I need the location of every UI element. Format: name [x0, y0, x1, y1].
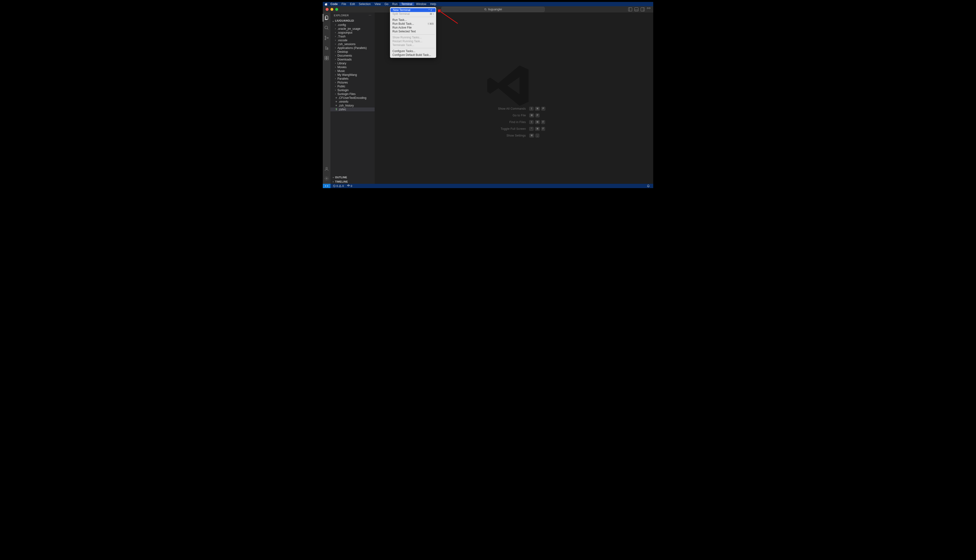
svg-point-0	[485, 8, 486, 10]
menu-item-go[interactable]: Go	[383, 2, 390, 6]
menu-item-edit[interactable]: Edit	[348, 2, 357, 6]
menu-item[interactable]: Run Active File	[390, 26, 436, 30]
folder-item[interactable]: ›.Trash	[331, 35, 374, 38]
accounts-icon[interactable]	[324, 166, 329, 172]
folder-item[interactable]: ›.zsh_sessions	[331, 42, 374, 46]
toggle-secondary-sidebar-icon[interactable]	[641, 7, 645, 11]
folder-item[interactable]: ›.oracle_jre_usage	[331, 27, 374, 31]
menu-item-run[interactable]: Run	[390, 2, 399, 6]
settings-gear-icon[interactable]	[324, 176, 329, 182]
sidebar-more-icon[interactable]: ⋯	[369, 14, 371, 17]
menu-item[interactable]: Configure Tasks...	[390, 49, 436, 53]
extensions-icon[interactable]	[324, 55, 329, 61]
folder-item[interactable]: ›Library	[331, 62, 374, 65]
toggle-panel-icon[interactable]	[635, 7, 638, 11]
timeline-section[interactable]: ›TIMELINE	[331, 180, 374, 184]
vscode-watermark-icon	[483, 60, 534, 111]
outline-section[interactable]: ›OUTLINE	[331, 175, 374, 180]
remote-indicator[interactable]	[323, 184, 331, 188]
close-window-button[interactable]	[326, 8, 329, 11]
explorer-sidebar: EXPLORER ⋯ ⌄ LIUGUANGLEI ›.config›.oracl…	[331, 12, 374, 184]
menu-item-terminal[interactable]: Terminal	[399, 2, 414, 6]
menu-item-file[interactable]: File	[339, 2, 348, 6]
folder-item[interactable]: ›.sogouinput	[331, 31, 374, 35]
keycap: ⌘	[535, 120, 540, 124]
svg-point-13	[326, 167, 328, 169]
keycap: F	[541, 120, 545, 124]
svg-point-4	[325, 36, 326, 37]
welcome-hint: Show Settings⌘,	[483, 133, 545, 137]
folder-root[interactable]: ⌄ LIUGUANGLEI	[331, 18, 374, 23]
customize-layout-icon[interactable]	[647, 7, 651, 11]
menu-app-name[interactable]: Code	[331, 2, 339, 6]
folder-item[interactable]: ›Pictures	[331, 81, 374, 85]
apple-icon[interactable]	[325, 2, 328, 6]
svg-rect-12	[327, 57, 329, 58]
vscode-window: ← → liuguanglei	[323, 6, 653, 188]
explorer-icon[interactable]	[324, 15, 329, 21]
folder-item[interactable]: ›My WangWang	[331, 73, 374, 77]
menu-item: Show Running Tasks...	[390, 35, 436, 39]
folder-item[interactable]: ›.config	[331, 23, 374, 27]
keycap: P	[536, 113, 540, 117]
hint-label: Go to File	[483, 114, 526, 117]
menu-item[interactable]: Run Task...	[390, 18, 436, 22]
hint-label: Toggle Full Screen	[483, 127, 526, 130]
hint-label: Show All Commands	[483, 107, 526, 110]
keycap: ⌃	[529, 127, 534, 131]
menu-item-window[interactable]: Window	[414, 2, 428, 6]
folder-item[interactable]: ›Parallels	[331, 77, 374, 81]
svg-line-3	[328, 28, 328, 30]
nav-forward-icon[interactable]: →	[436, 8, 439, 11]
welcome-hint: Go to File⌘P	[483, 113, 545, 117]
command-center-search[interactable]: liuguanglei	[441, 7, 545, 12]
folder-item[interactable]: ›.vscode	[331, 38, 374, 42]
svg-line-1	[486, 10, 486, 10]
folder-item[interactable]: ›Downloads	[331, 58, 374, 62]
folder-item[interactable]: ›Music	[331, 69, 374, 73]
menu-item[interactable]: Run Selected Text	[390, 30, 436, 33]
search-icon[interactable]	[324, 25, 329, 31]
status-notifications[interactable]	[646, 185, 651, 188]
folder-item[interactable]: ›Sunlogin Files	[331, 92, 374, 96]
menu-item: Restart Running Task...	[390, 39, 436, 43]
window-controls	[323, 8, 338, 11]
file-item[interactable]: ≡.zsh_history	[331, 103, 374, 107]
status-problems[interactable]: 0 0	[332, 185, 344, 187]
file-item[interactable]: ≡.CFUserTextEncoding	[331, 96, 374, 100]
keycap: ⌘	[529, 133, 534, 137]
folder-item[interactable]: ›Movies	[331, 65, 374, 69]
svg-rect-11	[327, 58, 329, 60]
toggle-primary-sidebar-icon[interactable]	[628, 7, 632, 11]
menu-item-help[interactable]: Help	[428, 2, 438, 6]
maximize-window-button[interactable]	[335, 8, 338, 11]
search-text: liuguanglei	[488, 8, 502, 11]
run-debug-icon[interactable]	[324, 45, 329, 51]
keycap: ⌘	[529, 113, 534, 117]
file-item[interactable]: $.zshrc	[331, 107, 374, 111]
menu-item-selection[interactable]: Selection	[357, 2, 373, 6]
folder-item[interactable]: ›Documents	[331, 54, 374, 58]
keycap: ⌘	[535, 107, 540, 111]
folder-item[interactable]: ›Public	[331, 85, 374, 88]
folder-root-label: LIUGUANGLEI	[335, 19, 354, 22]
folder-item[interactable]: ›Sunlogin	[331, 88, 374, 92]
source-control-icon[interactable]	[324, 35, 329, 41]
menu-item: Split Terminal⌘ \	[390, 12, 436, 16]
minimize-window-button[interactable]	[331, 8, 333, 11]
file-item[interactable]: ≡.viminfo	[331, 100, 374, 103]
svg-rect-9	[325, 57, 327, 58]
menu-item[interactable]: New Terminal⌃⇧`	[391, 8, 436, 12]
folder-item[interactable]: ›Applications (Parallels)	[331, 46, 374, 50]
svg-point-6	[328, 37, 328, 38]
menu-item[interactable]: Configure Default Build Task...	[390, 53, 436, 57]
menu-item-view[interactable]: View	[373, 2, 383, 6]
macos-menu-bar: Code FileEditSelectionViewGoRunTerminalW…	[323, 2, 653, 6]
status-ports[interactable]: 0	[346, 185, 353, 187]
keycap: ⇧	[529, 107, 534, 111]
svg-line-16	[334, 185, 335, 187]
folder-item[interactable]: ›Desktop	[331, 50, 374, 54]
welcome-hint: Show All Commands⇧⌘P	[483, 107, 545, 111]
menu-item[interactable]: Run Build Task...⇧⌘B	[390, 22, 436, 26]
hint-label: Find in Files	[483, 120, 526, 124]
